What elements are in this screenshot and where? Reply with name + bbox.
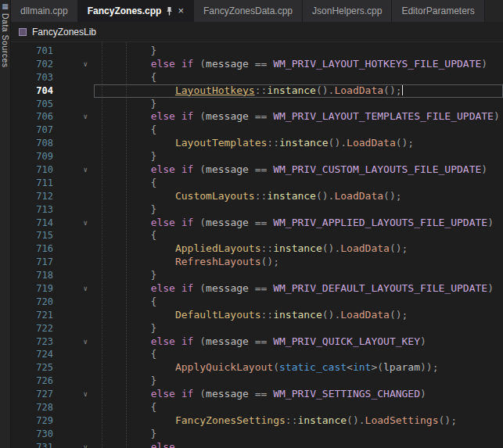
line-number[interactable]: 701 <box>11 45 61 58</box>
fold-margin <box>61 124 94 137</box>
line-number[interactable]: 719 <box>11 282 61 296</box>
code-line[interactable]: } <box>94 98 503 111</box>
line-number[interactable]: 715 <box>11 229 61 242</box>
tab-editorparameters[interactable]: EditorParameters <box>392 0 484 22</box>
code-line[interactable]: { <box>94 229 503 242</box>
line-number[interactable]: 713 <box>11 203 61 217</box>
code-line[interactable]: { <box>94 124 503 137</box>
line-number[interactable]: 707 <box>11 124 61 137</box>
code-line[interactable]: LayoutHotkeys::instance().LoadData(); <box>94 84 503 98</box>
close-icon[interactable]: × <box>178 7 184 15</box>
line-number[interactable]: 727 <box>11 388 61 401</box>
code-token <box>267 282 273 294</box>
line-number[interactable]: 729 <box>11 414 61 428</box>
code-token <box>249 110 255 122</box>
code-token: (); <box>383 84 401 96</box>
line-number[interactable]: 720 <box>11 296 61 309</box>
fold-margin <box>61 229 94 242</box>
code-token: instance <box>279 137 329 149</box>
line-number[interactable]: 722 <box>11 322 61 335</box>
code-line[interactable]: else if (message == WM_PRIV_QUICK_LAYOUT… <box>94 335 503 349</box>
code-line[interactable]: { <box>94 296 503 309</box>
tab-fancyzonesdata-cpp[interactable]: FancyZonesData.cpp <box>194 0 303 22</box>
code-line[interactable]: else if (message == WM_PRIV_LAYOUT_HOTKE… <box>94 58 503 71</box>
fold-chevron-icon[interactable]: ∨ <box>61 441 94 448</box>
side-strip-tab-data-sources[interactable]: Data Sources <box>1 13 10 68</box>
code-line[interactable]: { <box>94 401 503 414</box>
line-number[interactable]: 730 <box>11 428 61 441</box>
code-line[interactable]: FancyZonesSettings::instance().LoadSetti… <box>94 414 503 428</box>
code-line[interactable]: RefreshLayouts(); <box>94 256 503 269</box>
code-token <box>249 282 255 294</box>
code-token: } <box>102 203 156 215</box>
fold-chevron-icon[interactable]: ∨ <box>61 388 94 401</box>
line-number[interactable]: 714 <box>11 217 61 230</box>
code-line[interactable]: DefaultLayouts::instance().LoadData(); <box>94 309 503 322</box>
code-line[interactable]: AppliedLayouts::instance().LoadData(); <box>94 242 503 256</box>
code-line[interactable]: } <box>94 428 503 441</box>
code-token <box>102 110 151 122</box>
line-number[interactable]: 704 <box>11 84 61 98</box>
code-line[interactable]: } <box>94 269 503 282</box>
code-line[interactable]: else if (message == WM_PRIV_LAYOUT_TEMPL… <box>94 110 503 124</box>
line-number[interactable]: 717 <box>11 256 61 269</box>
text-caret <box>402 85 404 95</box>
fold-margin <box>61 242 94 256</box>
breadcrumb-project[interactable]: FancyZonesLib <box>32 27 96 38</box>
line-number[interactable]: 703 <box>11 71 61 84</box>
code-line[interactable]: { <box>94 71 503 84</box>
tab-dllmain-cpp[interactable]: dllmain.cpp <box>11 0 78 22</box>
line-number[interactable]: 702 <box>11 58 61 71</box>
fold-chevron-icon[interactable]: ∨ <box>61 217 94 230</box>
line-number[interactable]: 711 <box>11 177 61 190</box>
fold-chevron-icon[interactable]: ∨ <box>61 163 94 177</box>
code-line[interactable]: else if (message == WM_PRIV_CUSTOM_LAYOU… <box>94 163 503 177</box>
code-line[interactable]: LayoutTemplates::instance().LoadData(); <box>94 137 503 150</box>
fold-margin <box>61 137 94 150</box>
code-row: 715 { <box>11 229 503 242</box>
code-line[interactable]: } <box>94 375 503 388</box>
line-number[interactable]: 718 <box>11 269 61 282</box>
code-token <box>249 58 255 70</box>
code-line[interactable]: CustomLayouts::instance().LoadData(); <box>94 190 503 203</box>
code-line[interactable]: } <box>94 322 503 335</box>
code-line[interactable]: } <box>94 203 503 217</box>
pin-icon[interactable] <box>166 6 173 16</box>
line-number[interactable]: 723 <box>11 335 61 349</box>
line-number[interactable]: 724 <box>11 348 61 361</box>
code-token: == <box>255 388 268 400</box>
line-number[interactable]: 731 <box>11 441 61 448</box>
line-number[interactable]: 708 <box>11 137 61 150</box>
code-token: == <box>255 217 268 228</box>
fold-chevron-icon[interactable]: ∨ <box>61 110 94 124</box>
line-number[interactable]: 706 <box>11 110 61 124</box>
fold-chevron-icon[interactable]: ∨ <box>61 335 94 349</box>
line-number[interactable]: 710 <box>11 163 61 177</box>
line-number[interactable]: 716 <box>11 242 61 256</box>
line-number[interactable]: 709 <box>11 150 61 163</box>
code-line[interactable]: { <box>94 348 503 361</box>
code-editor[interactable]: 701 }702∨ else if (message == WM_PRIV_LA… <box>11 42 503 448</box>
line-number[interactable]: 726 <box>11 375 61 388</box>
code-line[interactable]: else if (message == WM_PRIV_SETTINGS_CHA… <box>94 388 503 401</box>
code-line[interactable]: } <box>94 45 503 58</box>
line-number[interactable]: 728 <box>11 401 61 414</box>
tab-jsonhelpers-cpp[interactable]: JsonHelpers.cpp <box>303 0 392 22</box>
code-token: LayoutHotkeys <box>175 84 255 96</box>
code-line[interactable]: { <box>94 177 503 190</box>
code-line[interactable]: else if (message == WM_PRIV_APPLIED_LAYO… <box>94 217 503 230</box>
code-line[interactable]: else <box>94 441 503 448</box>
code-line[interactable]: else if (message == WM_PRIV_DEFAULT_LAYO… <box>94 282 503 296</box>
code-token <box>267 388 273 400</box>
code-token: (); <box>390 309 408 321</box>
fold-chevron-icon[interactable]: ∨ <box>61 282 94 296</box>
code-line[interactable]: ApplyQuickLayout(static_cast<int>(lparam… <box>94 361 503 375</box>
tab-fancyzones-cpp[interactable]: FancyZones.cpp× <box>78 0 194 22</box>
line-number[interactable]: 712 <box>11 190 61 203</box>
fold-margin <box>61 84 94 98</box>
line-number[interactable]: 721 <box>11 309 61 322</box>
line-number[interactable]: 725 <box>11 361 61 375</box>
line-number[interactable]: 705 <box>11 98 61 111</box>
code-line[interactable]: } <box>94 150 503 163</box>
fold-chevron-icon[interactable]: ∨ <box>61 58 94 71</box>
